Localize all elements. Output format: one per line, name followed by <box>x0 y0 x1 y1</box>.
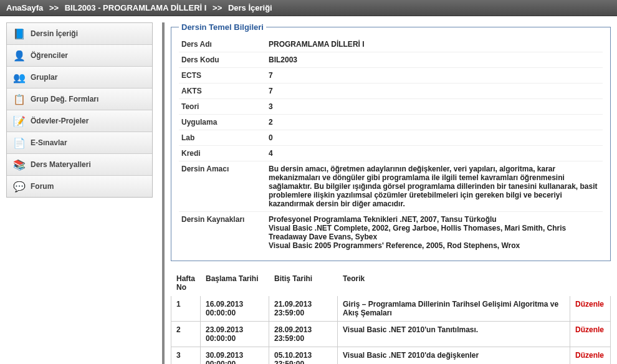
sidebar-item-label: Forum <box>31 182 54 191</box>
edit-link[interactable]: Düzenle <box>570 322 611 347</box>
sidebar-item-forum[interactable]: 💬 Forum <box>7 176 152 197</box>
breadcrumb: AnaSayfa >> BIL2003 - PROGRAMLAMA DİLLER… <box>0 0 617 16</box>
table-row: 223.09.2013 00:00:0028.09.2013 23:59:00V… <box>171 322 611 347</box>
week-end-cell: 21.09.2013 23:59:00 <box>269 296 338 322</box>
weeks-header-end: Bitiş Tarihi <box>269 271 338 296</box>
info-row-value: BIL2003 <box>266 52 603 68</box>
week-theory-cell: Giriş – Programlama Dillerinin Tarihsel … <box>338 296 570 322</box>
info-row-label: Dersin Kaynakları <box>179 212 266 254</box>
info-row-value: 0 <box>266 130 603 146</box>
sidebar-item-label: Dersin İçeriği <box>31 29 78 38</box>
week-start-cell: 30.09.2013 00:00:00 <box>201 347 269 365</box>
info-row-label: Lab <box>179 130 266 146</box>
chat-icon: 💬 <box>13 180 26 193</box>
info-row: Ders KoduBIL2003 <box>179 52 603 68</box>
info-row-value: 7 <box>266 84 603 99</box>
week-no-cell: 1 <box>171 296 201 322</box>
info-row-label: Uygulama <box>179 115 266 130</box>
sidebar-item-course-content[interactable]: 📘 Dersin İçeriği <box>7 23 152 45</box>
exam-icon: 📄 <box>13 136 26 149</box>
info-row: Teori3 <box>179 99 603 115</box>
course-info-fieldset: Dersin Temel Bilgileri Ders AdıPROGRAMLA… <box>171 22 611 261</box>
week-no-cell: 2 <box>171 322 201 347</box>
sidebar-item-group-forms[interactable]: 📋 Grup Değ. Formları <box>7 89 152 110</box>
breadcrumb-sep: >> <box>49 3 59 12</box>
people-icon: 👥 <box>13 71 26 84</box>
sidebar-item-label: Öğrenciler <box>31 51 68 60</box>
info-row: Lab0 <box>179 130 603 146</box>
table-row: 116.09.2013 00:00:0021.09.2013 23:59:00G… <box>171 296 611 322</box>
breadcrumb-item-course[interactable]: BIL2003 - PROGRAMLAMA DİLLERİ I <box>65 3 207 12</box>
breadcrumb-item-current: Ders İçeriği <box>228 3 272 12</box>
breadcrumb-sep: >> <box>213 3 222 12</box>
book-icon: 📘 <box>13 27 26 40</box>
info-row-value: 3 <box>266 99 603 115</box>
week-theory-cell: Visual Basic .NET 2010'un Tanıtılması. <box>338 322 570 347</box>
info-row: Dersin KaynaklarıProfesyonel Programlama… <box>179 212 603 254</box>
breadcrumb-item-home[interactable]: AnaSayfa <box>6 3 43 12</box>
sidebar-item-students[interactable]: 👤 Öğrenciler <box>7 45 152 67</box>
weeks-header-theory: Teorik <box>338 271 570 296</box>
weeks-header-start: Başlama Tarihi <box>201 271 269 296</box>
week-no-cell: 3 <box>171 347 201 365</box>
assignment-icon: 📝 <box>13 115 26 127</box>
sidebar: 📘 Dersin İçeriği 👤 Öğrenciler 👥 Gruplar … <box>6 22 153 198</box>
weeks-header-edit <box>570 271 611 296</box>
info-row-label: Teori <box>179 99 266 115</box>
sidebar-item-groups[interactable]: 👥 Gruplar <box>7 67 152 89</box>
sidebar-item-label: Gruplar <box>31 73 57 82</box>
books-icon: 📚 <box>13 158 26 171</box>
sidebar-item-exams[interactable]: 📄 E-Sınavlar <box>7 132 152 154</box>
person-icon: 👤 <box>13 49 26 62</box>
weeks-header-no: Hafta No <box>171 271 201 296</box>
info-row: Dersin AmacıBu dersin amacı, öğretmen ad… <box>179 161 603 212</box>
info-row: Uygulama2 <box>179 115 603 130</box>
sidebar-item-label: Ödevler-Projeler <box>31 117 88 125</box>
info-row: Kredi4 <box>179 146 603 161</box>
weeks-table: Hafta No Başlama Tarihi Bitiş Tarihi Teo… <box>171 270 611 364</box>
info-row-label: Kredi <box>179 146 266 161</box>
course-info-legend: Dersin Temel Bilgileri <box>179 22 266 32</box>
edit-link[interactable]: Düzenle <box>570 347 611 365</box>
sidebar-item-label: Ders Materyalleri <box>31 160 91 169</box>
info-row-value: 7 <box>266 68 603 84</box>
clipboard-icon: 📋 <box>13 93 26 105</box>
sidebar-item-label: Grup Değ. Formları <box>31 95 98 103</box>
info-row-label: Dersin Amacı <box>179 161 266 212</box>
week-end-cell: 28.09.2013 23:59:00 <box>269 322 338 347</box>
sidebar-item-materials[interactable]: 📚 Ders Materyalleri <box>7 154 152 176</box>
info-row-label: Ders Kodu <box>179 52 266 68</box>
sidebar-item-label: E-Sınavlar <box>31 138 67 147</box>
info-row: Ders AdıPROGRAMLAMA DİLLERİ I <box>179 37 603 52</box>
info-row: ECTS7 <box>179 68 603 84</box>
info-row-value: Profesyonel Programlama Teknikleri .NET,… <box>266 212 603 254</box>
course-info-table: Ders AdıPROGRAMLAMA DİLLERİ IDers KoduBI… <box>179 37 603 253</box>
week-theory-cell: Visual Basic .NET 2010'da değişkenler <box>338 347 570 365</box>
sidebar-item-assignments[interactable]: 📝 Ödevler-Projeler <box>7 110 152 132</box>
week-start-cell: 23.09.2013 00:00:00 <box>201 322 269 347</box>
info-row-value: PROGRAMLAMA DİLLERİ I <box>266 37 603 52</box>
info-row-value: 4 <box>266 146 603 161</box>
info-row-label: AKTS <box>179 84 266 99</box>
info-row-label: Ders Adı <box>179 37 266 52</box>
week-end-cell: 05.10.2013 23:59:00 <box>269 347 338 365</box>
main-content: Dersin Temel Bilgileri Ders AdıPROGRAMLA… <box>162 22 611 364</box>
info-row-value: Bu dersin amacı, öğretmen adaylarının de… <box>266 161 603 212</box>
info-row-value: 2 <box>266 115 603 130</box>
week-start-cell: 16.09.2013 00:00:00 <box>201 296 269 322</box>
info-row-label: ECTS <box>179 68 266 84</box>
table-row: 330.09.2013 00:00:0005.10.2013 23:59:00V… <box>171 347 611 365</box>
info-row: AKTS7 <box>179 84 603 99</box>
edit-link[interactable]: Düzenle <box>570 296 611 322</box>
